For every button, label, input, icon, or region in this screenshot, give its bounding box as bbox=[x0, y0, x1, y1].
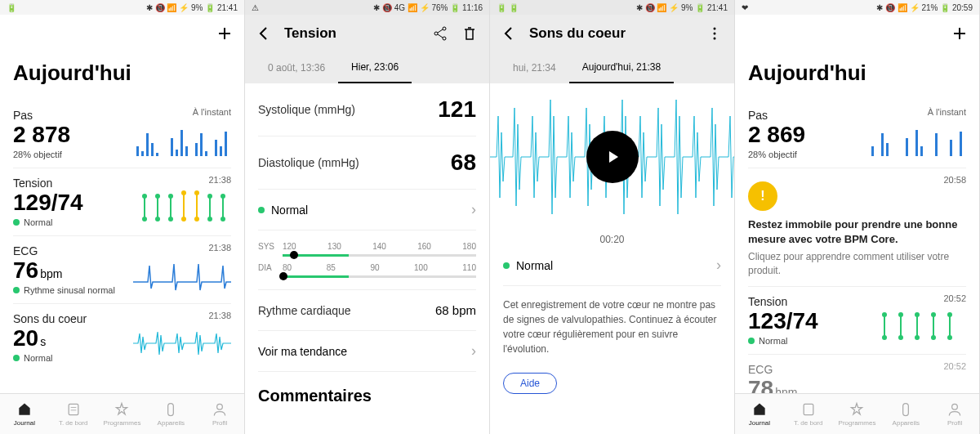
card-notice[interactable]: 20:58 ! Restez immobile pour prendre une… bbox=[748, 168, 966, 287]
row-systolic: Systolique (mmHg) 121 bbox=[258, 83, 476, 136]
status-dot-icon bbox=[13, 287, 20, 293]
row-trend[interactable]: Voir ma tendance › bbox=[258, 331, 476, 372]
nav-dashboard[interactable]: T. de bord bbox=[49, 394, 98, 434]
status-bar: ❤ ✱ 📵 📶 ⚡ 21% 🔋 20:59 bbox=[735, 0, 979, 15]
svg-point-27 bbox=[168, 217, 173, 221]
svg-point-48 bbox=[714, 38, 716, 40]
svg-point-31 bbox=[194, 217, 199, 221]
card-steps[interactable]: Pas À l'instant 2 869 28% objectif bbox=[748, 101, 966, 168]
svg-point-71 bbox=[947, 312, 952, 317]
svg-rect-7 bbox=[180, 130, 183, 156]
nav-profile[interactable]: Profil bbox=[195, 394, 244, 434]
date-tabs[interactable]: hui, 21:34 Aujourd'hui, 21:38 bbox=[490, 52, 734, 83]
tab-prev[interactable]: hui, 21:34 bbox=[500, 52, 569, 83]
svg-rect-8 bbox=[185, 146, 188, 156]
svg-point-23 bbox=[142, 217, 147, 221]
svg-rect-0 bbox=[136, 146, 139, 156]
play-button[interactable] bbox=[586, 131, 639, 183]
svg-rect-74 bbox=[903, 404, 909, 416]
svg-rect-50 bbox=[881, 133, 884, 156]
svg-point-68 bbox=[915, 335, 920, 340]
card-ecg[interactable]: ECG 21:38 76bpm Rythme sinusal normal bbox=[13, 236, 231, 304]
more-button[interactable] bbox=[705, 24, 724, 43]
tension-sparkline bbox=[133, 190, 231, 226]
delete-button[interactable] bbox=[460, 24, 479, 43]
tab-active[interactable]: Hier, 23:06 bbox=[338, 52, 412, 83]
heartsound-sparkline bbox=[133, 325, 231, 361]
nav-journal[interactable]: Journal bbox=[735, 394, 784, 434]
svg-point-64 bbox=[882, 335, 887, 340]
top-bar: Tension bbox=[245, 15, 489, 52]
svg-point-22 bbox=[142, 194, 147, 199]
svg-rect-3 bbox=[151, 143, 154, 156]
card-steps[interactable]: Pas À l'instant 2 878 28% objectif bbox=[13, 101, 231, 168]
back-button[interactable] bbox=[500, 24, 519, 43]
help-button[interactable]: Aide bbox=[503, 373, 557, 394]
svg-rect-11 bbox=[205, 151, 207, 156]
status-dot-icon bbox=[503, 262, 510, 269]
tension-content: Systolique (mmHg) 121 Diastolique (mmHg)… bbox=[245, 83, 489, 434]
svg-point-63 bbox=[882, 312, 887, 317]
date-tabs[interactable]: 0 août, 13:36 Hier, 23:06 bbox=[245, 52, 489, 83]
top-bar bbox=[735, 15, 979, 52]
row-heartrate: Rythme cardiaque 68 bpm bbox=[258, 290, 476, 331]
row-status[interactable]: Normal › bbox=[503, 245, 721, 286]
svg-point-30 bbox=[194, 190, 199, 195]
status-bar: 🔋 ✱ 📵 📶 ⚡ 9% 🔋 21:41 bbox=[0, 0, 244, 15]
svg-point-35 bbox=[220, 217, 225, 221]
screen-tension-detail: ⚠ ✱ 📵 4G 📶 ⚡ 76% 🔋 11:16 Tension 0 août,… bbox=[245, 0, 490, 434]
tab-active[interactable]: Aujourd'hui, 21:38 bbox=[569, 52, 674, 83]
nav-dashboard[interactable]: T. de bord bbox=[784, 394, 833, 434]
svg-rect-55 bbox=[935, 133, 938, 156]
page-title: Aujourd'hui bbox=[13, 60, 231, 86]
svg-rect-13 bbox=[220, 146, 222, 156]
svg-point-28 bbox=[181, 190, 186, 195]
svg-point-34 bbox=[220, 194, 225, 199]
bottom-nav: Journal T. de bord Programmes Appareils … bbox=[735, 393, 979, 434]
svg-rect-54 bbox=[920, 146, 923, 156]
svg-rect-14 bbox=[225, 132, 227, 156]
back-button[interactable] bbox=[255, 24, 274, 43]
scale-block: SYS120130140160180 DIA808590100110 bbox=[258, 230, 476, 290]
svg-point-32 bbox=[207, 194, 212, 199]
card-tension[interactable]: Tension 21:38 129/74 Normal bbox=[13, 168, 231, 236]
svg-point-42 bbox=[443, 27, 446, 30]
dia-scale bbox=[283, 275, 476, 278]
nav-profile[interactable]: Profil bbox=[930, 394, 979, 434]
chevron-right-icon: › bbox=[471, 342, 476, 360]
card-heartsounds[interactable]: Sons du coeur 21:38 20s Normal bbox=[13, 304, 231, 371]
nav-programs[interactable]: Programmes bbox=[98, 394, 147, 434]
nav-programs[interactable]: Programmes bbox=[833, 394, 882, 434]
card-ecg[interactable]: ECG 20:52 78hnm bbox=[748, 355, 966, 393]
add-button[interactable] bbox=[950, 24, 969, 43]
share-button[interactable] bbox=[430, 24, 450, 43]
svg-point-29 bbox=[181, 217, 186, 221]
svg-rect-52 bbox=[906, 138, 908, 156]
description-text: Cet enregistrement de votre cœur ne mont… bbox=[503, 298, 721, 356]
top-bar bbox=[0, 15, 244, 52]
svg-rect-39 bbox=[168, 404, 174, 416]
add-button[interactable] bbox=[215, 24, 234, 43]
svg-rect-5 bbox=[171, 138, 173, 156]
screen-journal-2: ❤ ✱ 📵 📶 ⚡ 21% 🔋 20:59 Aujourd'hui Pas À … bbox=[735, 0, 980, 434]
nav-devices[interactable]: Appareils bbox=[146, 394, 195, 434]
status-bar: 🔋 🔋 ✱ 📵 📶 ⚡ 9% 🔋 21:41 bbox=[490, 0, 734, 15]
ecg-sparkline bbox=[133, 257, 231, 293]
card-tension[interactable]: Tension 20:52 123/74 Normal bbox=[748, 287, 966, 355]
svg-point-24 bbox=[155, 194, 160, 199]
row-diastolic: Diastolique (mmHg) 68 bbox=[258, 136, 476, 190]
nav-journal[interactable]: Journal bbox=[0, 394, 49, 434]
svg-rect-49 bbox=[871, 146, 874, 156]
nav-devices[interactable]: Appareils bbox=[881, 394, 930, 434]
svg-rect-56 bbox=[950, 140, 952, 156]
journal-content: Aujourd'hui Pas À l'instant 2 869 28% ob… bbox=[735, 52, 979, 393]
tab-prev[interactable]: 0 août, 13:36 bbox=[255, 52, 338, 83]
status-bar: ⚠ ✱ 📵 4G 📶 ⚡ 76% 🔋 11:16 bbox=[245, 0, 489, 15]
comments-heading: Commentaires bbox=[258, 387, 476, 405]
status-dot-icon bbox=[748, 338, 755, 344]
svg-rect-73 bbox=[804, 404, 813, 414]
sys-scale bbox=[283, 254, 476, 257]
svg-point-33 bbox=[207, 217, 212, 221]
tension-sparkline bbox=[868, 308, 966, 344]
row-status[interactable]: Normal › bbox=[258, 190, 476, 230]
